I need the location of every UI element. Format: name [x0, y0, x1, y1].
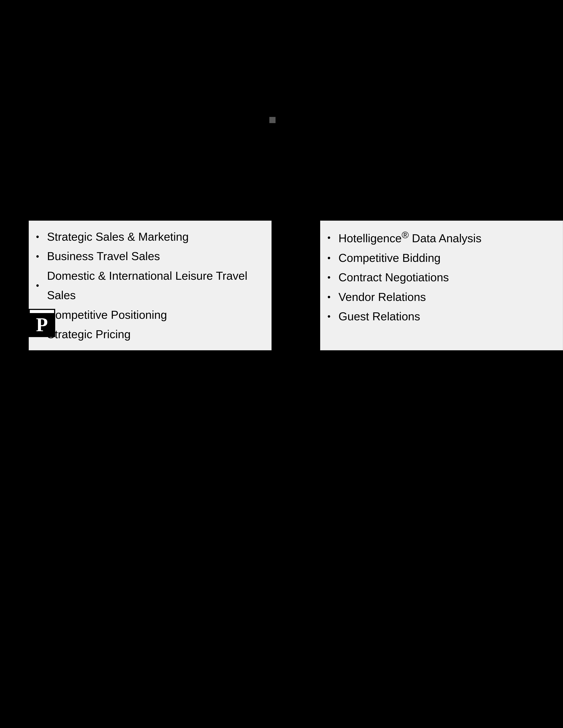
- list-item: Competitive Bidding: [328, 248, 556, 268]
- list-item: Hotelligence® Data Analysis: [328, 227, 556, 248]
- page-background: Strategic Sales & Marketing Business Tra…: [0, 0, 563, 728]
- logo-top-bar: [30, 310, 54, 313]
- left-skill-box: Strategic Sales & Marketing Business Tra…: [29, 221, 271, 350]
- list-item: Business Travel Sales: [36, 246, 264, 266]
- p-logo: P: [30, 310, 54, 336]
- skill-boxes-container: Strategic Sales & Marketing Business Tra…: [29, 221, 563, 350]
- list-item: Strategic Sales & Marketing: [36, 227, 264, 246]
- list-item: Competitive Positioning: [36, 305, 264, 325]
- right-item-1: Hotelligence® Data Analysis: [339, 227, 482, 248]
- right-skill-box: Hotelligence® Data Analysis Competitive …: [320, 221, 563, 350]
- right-skill-list: Hotelligence® Data Analysis Competitive …: [328, 227, 556, 326]
- list-item: Domestic & International Leisure Travel …: [36, 266, 264, 305]
- logo-outer-border: P: [29, 309, 55, 337]
- logo-area: P: [29, 309, 55, 337]
- list-item: Contract Negotiations: [328, 268, 556, 287]
- left-skill-list: Strategic Sales & Marketing Business Tra…: [36, 227, 264, 344]
- list-item: Strategic Pricing: [36, 325, 264, 344]
- logo-letter: P: [30, 310, 54, 336]
- list-item: Guest Relations: [328, 307, 556, 326]
- indicator-square: [269, 117, 275, 123]
- list-item: Vendor Relations: [328, 287, 556, 307]
